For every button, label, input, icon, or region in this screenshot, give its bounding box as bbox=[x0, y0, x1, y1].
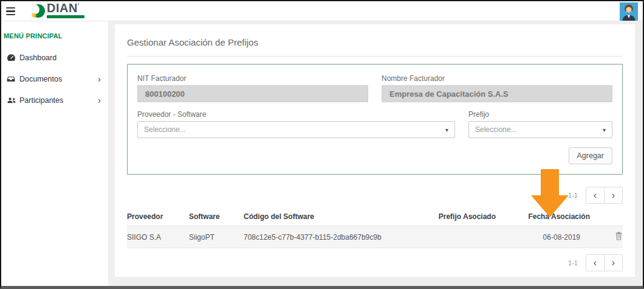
nombre-facturador-input: Empresa de Capacitación S.A.S bbox=[382, 85, 612, 102]
delete-row-button[interactable] bbox=[615, 232, 623, 242]
chevron-left-icon: ‹ bbox=[594, 258, 597, 268]
pagination-range: 1-1 bbox=[568, 259, 578, 266]
sidebar-title: MENÚ PRINCIPAL bbox=[4, 32, 108, 40]
chevron-right-icon: › bbox=[612, 258, 615, 268]
dian-tagline-bar bbox=[47, 15, 84, 18]
sidebar-item-label: Dashboard bbox=[19, 54, 101, 62]
nit-facturador-input: 800100200 bbox=[137, 85, 368, 102]
pagination-top: 1-1 ‹ › bbox=[127, 187, 623, 204]
chevron-right-icon: › bbox=[98, 74, 101, 83]
pagination-next-button[interactable]: › bbox=[604, 254, 623, 271]
proveedor-software-select-value: Seleccione... bbox=[144, 125, 445, 134]
cell-codigo: 708c12e5-c77b-4377-b115-2dba667b9c9b bbox=[244, 226, 402, 248]
table-header-row: Proveedor Software Código del Software P… bbox=[127, 207, 623, 226]
content-card: Gestionar Asociación de Prefijos NIT Fac… bbox=[115, 24, 635, 277]
user-avatar-image bbox=[620, 2, 638, 21]
title-divider bbox=[127, 56, 623, 57]
dian-logo-mark bbox=[29, 2, 46, 21]
inbox-icon bbox=[7, 75, 19, 83]
sidebar-item-participantes[interactable]: Participantes › bbox=[1, 89, 108, 111]
user-avatar[interactable] bbox=[620, 2, 638, 21]
proveedor-software-select[interactable]: Seleccione... ▾ bbox=[137, 121, 455, 138]
sidebar-item-dashboard[interactable]: Dashboard bbox=[1, 47, 108, 68]
pagination-bottom: 1-1 ‹ › bbox=[127, 254, 623, 271]
prefix-association-form: NIT Facturador 800100200 Nombre Facturad… bbox=[127, 64, 623, 175]
chevron-right-icon: › bbox=[98, 96, 101, 105]
col-header-codigo: Código del Software bbox=[244, 207, 402, 226]
associations-table: Proveedor Software Código del Software P… bbox=[127, 207, 623, 248]
nombre-facturador-label: Nombre Facturador bbox=[382, 74, 612, 83]
dian-logo: DIAN’ bbox=[29, 2, 84, 20]
col-header-prefijo-asociado: Prefijo Asociado bbox=[402, 207, 496, 226]
cell-software: SiigoPT bbox=[189, 226, 244, 248]
sidebar: MENÚ PRINCIPAL Dashboard bbox=[1, 21, 108, 286]
col-header-fecha-asociacion: Fecha Asociación bbox=[496, 207, 590, 226]
proveedor-software-label: Proveedor - Software bbox=[137, 110, 455, 119]
cell-prefijo-asociado bbox=[402, 226, 496, 248]
chevron-left-icon: ‹ bbox=[594, 190, 597, 200]
prefijo-select[interactable]: Seleccione... ▾ bbox=[468, 121, 612, 138]
users-icon bbox=[7, 97, 19, 104]
sidebar-item-label: Documentos bbox=[19, 75, 98, 83]
app-window: DIAN’ MENÚ PRINCIPAL bbox=[0, 0, 644, 289]
col-header-proveedor: Proveedor bbox=[127, 207, 189, 226]
col-header-actions bbox=[590, 207, 623, 226]
chevron-down-icon: ▾ bbox=[603, 127, 606, 133]
cell-proveedor: SIIGO S.A bbox=[127, 226, 189, 248]
hamburger-menu-icon[interactable] bbox=[6, 7, 15, 16]
main-area: Gestionar Asociación de Prefijos NIT Fac… bbox=[108, 21, 643, 286]
pagination-prev-button[interactable]: ‹ bbox=[586, 187, 605, 204]
table-row: SIIGO S.A SiigoPT 708c12e5-c77b-4377-b11… bbox=[127, 226, 623, 248]
top-bar: DIAN’ bbox=[1, 1, 643, 21]
sidebar-item-label: Participantes bbox=[19, 96, 98, 105]
dian-logo-trademark: ’ bbox=[78, 2, 80, 8]
cell-fecha-asociacion: 06-08-2019 bbox=[496, 226, 590, 248]
prefijo-label: Prefijo bbox=[468, 110, 612, 119]
nit-facturador-label: NIT Facturador bbox=[137, 74, 368, 83]
agregar-button[interactable]: Agregar bbox=[569, 147, 612, 164]
prefijo-select-value: Seleccione... bbox=[475, 125, 603, 134]
chevron-right-icon: › bbox=[612, 190, 615, 200]
chevron-down-icon: ▾ bbox=[445, 127, 448, 133]
gauge-icon bbox=[7, 54, 19, 61]
pagination-prev-button[interactable]: ‹ bbox=[586, 254, 605, 271]
sidebar-item-documentos[interactable]: Documentos › bbox=[1, 68, 108, 89]
sidebar-nav: Dashboard Documentos › bbox=[1, 47, 108, 111]
col-header-software: Software bbox=[189, 207, 244, 226]
dian-logo-text: DIAN bbox=[47, 1, 78, 15]
pagination-range: 1-1 bbox=[568, 192, 578, 199]
page-title: Gestionar Asociación de Prefijos bbox=[127, 24, 623, 47]
trash-icon bbox=[615, 232, 623, 240]
pagination-next-button[interactable]: › bbox=[604, 187, 623, 204]
